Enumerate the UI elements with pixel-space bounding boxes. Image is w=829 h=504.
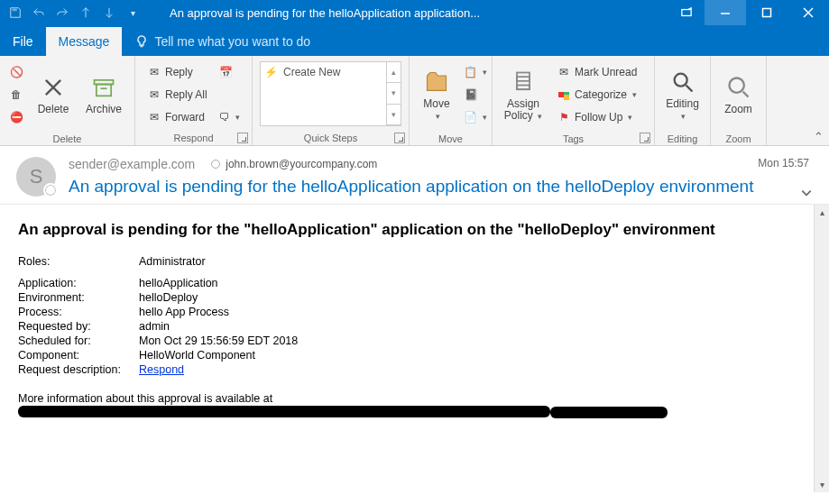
tab-message[interactable]: Message [46,27,123,56]
ribbon-group-quick-steps: ⚡Create New ▴ ▾ ▾ Quick Steps [253,56,410,145]
respond-launcher[interactable] [237,133,248,143]
body-heading: An approval is pending for the "helloApp… [18,221,796,239]
tell-me-search[interactable]: Tell me what you want to do [122,27,829,56]
save-icon[interactable] [5,3,25,23]
zoom-button[interactable]: Zoom [716,60,760,130]
ignore-icon: 🚫 [9,65,23,79]
message-date: Mon 15:57 [758,157,809,170]
qat-customize-icon[interactable]: ▾ [123,3,143,23]
ribbon-group-move: Move▾ 📋▾ 📓 📄▾ Move [410,56,493,145]
move-button[interactable]: Move▾ [415,60,458,130]
quick-access-toolbar: ▾ [0,3,148,23]
more-respond-button[interactable]: 🗨▾ [216,106,237,128]
req-label: Requested by: [18,320,139,333]
proc-label: Process: [18,306,139,318]
message-subject: An approval is pending for the helloAppl… [69,177,813,197]
ribbon-group-tags: Assign Policy ▾ ✉Mark Unread Categorize▾… [493,56,655,145]
actions-icon: 📄 [464,110,477,124]
svg-rect-1 [682,10,691,16]
presence-icon [211,160,220,169]
menu-bar: File Message Tell me what you want to do [0,25,829,56]
previous-icon[interactable] [76,3,96,23]
svg-point-16 [729,78,743,93]
quick-steps-launcher[interactable] [394,133,405,143]
zoom-icon [724,73,753,102]
mark-unread-button[interactable]: ✉Mark Unread [550,61,643,83]
delete-button[interactable]: Delete [29,60,78,130]
meeting-icon: 📅 [219,65,234,79]
scroll-up-icon[interactable]: ▴ [815,205,829,220]
gallery-down-icon[interactable]: ▾ [387,83,401,104]
to-recipient[interactable]: john.brown@yourcompany.com [211,158,377,170]
ribbon-group-respond: ✉Reply ✉Reply All ✉Forward 📅 🗨▾ Respond [135,56,253,145]
redo-icon[interactable] [52,3,72,23]
tags-launcher[interactable] [640,133,650,143]
title-bar: ▾ An approval is pending for the helloAp… [0,0,829,25]
redacted-text [550,407,668,418]
lightbulb-icon [134,34,149,49]
vertical-scrollbar[interactable]: ▴ ▾ [814,205,829,492]
ribbon: 🚫 🗑 ⛔ Delete Archive Delete ✉Reply ✉Repl… [0,56,829,146]
app-label: Application: [18,277,139,289]
find-icon [668,68,697,96]
group-label-editing: Editing [659,132,706,146]
forward-icon: ✉ [147,110,161,124]
close-button[interactable] [788,0,829,25]
forward-button[interactable]: ✉Forward [141,106,214,128]
proc-value: hello App Process [139,306,229,318]
collapse-ribbon-icon[interactable]: ⌃ [811,129,825,143]
group-label-respond: Respond [139,131,248,145]
scroll-track[interactable] [815,220,829,477]
block-icon: ⛔ [9,110,23,124]
redacted-text [18,406,550,417]
tab-file[interactable]: File [0,27,46,56]
sched-value: Mon Oct 29 15:56:59 EDT 2018 [139,334,298,347]
ribbon-display-icon[interactable] [668,0,705,25]
archive-button[interactable]: Archive [79,60,128,130]
reply-button[interactable]: ✉Reply [141,61,214,83]
quick-steps-gallery[interactable]: ⚡Create New ▴ ▾ ▾ [260,61,401,126]
actions-button[interactable]: 📄▾ [460,106,485,128]
categorize-button[interactable]: Categorize▾ [550,84,643,105]
message-body: An approval is pending for the "helloApp… [0,205,814,492]
roles-value: Administrator [139,255,206,268]
group-label-quick-steps: Quick Steps [256,131,405,145]
respond-link[interactable]: Respond [139,363,184,376]
minimize-button[interactable] [705,0,746,25]
block-button[interactable]: ⛔ [5,106,27,128]
junk-button[interactable]: 🗑 [5,84,27,105]
from-address: sender@example.com [69,157,195,171]
sched-label: Scheduled for: [18,334,139,347]
reply-icon: ✉ [147,65,161,79]
more-icon: 🗨 [219,110,230,124]
svg-rect-12 [517,77,530,81]
message-body-wrap: An approval is pending for the "helloApp… [0,205,829,492]
undo-icon[interactable] [29,3,49,23]
app-value: helloApplication [139,277,218,289]
gallery-more-icon[interactable]: ▾ [387,105,401,125]
gallery-up-icon[interactable]: ▴ [387,62,401,83]
roles-label: Roles: [18,255,139,268]
ribbon-group-editing: Editing▾ Editing [655,56,711,145]
reply-all-button[interactable]: ✉Reply All [141,84,214,105]
follow-up-button[interactable]: ⚑Follow Up▾ [550,106,643,128]
window-controls [668,0,829,25]
expand-header-icon[interactable] [800,187,813,202]
archive-icon [89,73,118,102]
env-label: Environment: [18,291,139,304]
assign-policy-button[interactable]: Assign Policy ▾ [498,60,548,130]
svg-rect-3 [763,9,771,17]
svg-rect-9 [97,85,111,96]
reply-all-icon: ✉ [147,87,161,102]
more-info-line: More information about this approval is … [18,392,796,418]
editing-button[interactable]: Editing▾ [660,60,705,130]
ignore-button[interactable]: 🚫 [5,61,27,83]
group-label-zoom: Zoom [714,132,762,146]
scroll-down-icon[interactable]: ▾ [815,477,829,492]
flag-icon: ⚑ [557,110,571,124]
meeting-button[interactable]: 📅 [216,61,237,83]
next-icon[interactable] [99,3,119,23]
maximize-button[interactable] [746,0,788,25]
onenote-button[interactable]: 📓 [460,84,485,105]
rules-button[interactable]: 📋▾ [460,61,485,83]
